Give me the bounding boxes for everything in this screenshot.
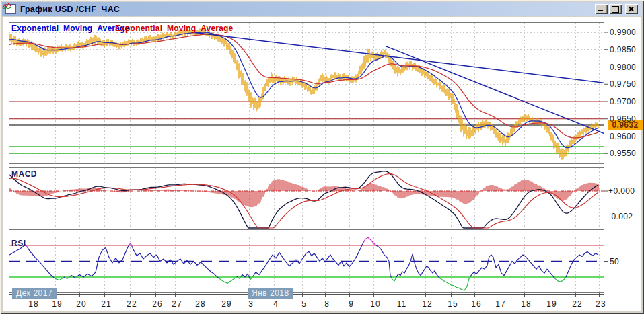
price-chart-plot[interactable] — [9, 22, 604, 163]
ema-label-blue: Exponential_Moving_Average — [11, 24, 129, 33]
chart-window: График USD /CHF ЧАС Exponential_Moving_A… — [0, 0, 644, 314]
macd-axis-label: -0.002 — [608, 212, 633, 221]
x-axis-label: 19 — [47, 299, 67, 309]
price-axis-label: 0.9750 — [610, 79, 636, 89]
price-axis-label: 0.9850 — [610, 45, 636, 54]
price-axis-label: 0.9550 — [610, 149, 636, 158]
x-axis-label: 26 — [147, 299, 168, 309]
x-axis-label: 20 — [71, 299, 92, 309]
rsi-plot[interactable] — [9, 237, 604, 292]
month-badge-jan-2018: Янв 2018 — [248, 288, 293, 299]
x-axis-label: 12 — [417, 299, 437, 309]
x-axis-label: 22 — [567, 299, 587, 309]
rsi-axis-label: 50 — [610, 257, 619, 266]
price-axis-label: 0.9600 — [610, 132, 636, 141]
price-axis-label: 0.9900 — [610, 28, 636, 37]
x-axis-label: 23 — [591, 299, 611, 309]
x-axis-label: 17 — [491, 299, 511, 309]
x-axis-label: 28 — [190, 299, 211, 309]
macd-label: MACD — [11, 169, 37, 179]
month-badge-dec-2017: Дек 2017 — [12, 288, 57, 299]
x-axis-label: 22 — [122, 299, 142, 309]
x-axis-label: 29 — [217, 299, 237, 309]
price-axis-label: 0.9700 — [610, 97, 636, 106]
x-axis-label: 27 — [167, 299, 187, 309]
x-axis-label: 5 — [294, 299, 314, 309]
x-axis-label: 15 — [443, 299, 463, 309]
price-axis-label: 0.9800 — [610, 63, 636, 72]
chart-stage: Exponential_Moving_Average Exponential_M… — [0, 0, 644, 314]
price-axis-label: 0.9650 — [610, 114, 636, 124]
ema-label-red: Exponential_Moving_Average — [115, 24, 233, 33]
rsi-label: RSI — [11, 239, 26, 248]
macd-plot[interactable] — [9, 167, 604, 229]
x-axis-label: 3 — [241, 299, 261, 309]
x-axis-label: 8 — [317, 299, 337, 309]
x-axis-label: 10 — [365, 299, 386, 309]
x-axis-label: 18 — [24, 299, 44, 309]
x-axis-label: 19 — [542, 299, 562, 309]
x-axis-label: 21 — [96, 299, 116, 309]
x-axis-label: 11 — [392, 299, 412, 309]
macd-axis-label: +0.000 — [608, 186, 635, 196]
x-axis-label: 16 — [466, 299, 487, 309]
x-axis-label: 18 — [516, 299, 536, 309]
x-axis-label: 9 — [341, 299, 361, 309]
x-axis-label: 4 — [266, 299, 286, 309]
